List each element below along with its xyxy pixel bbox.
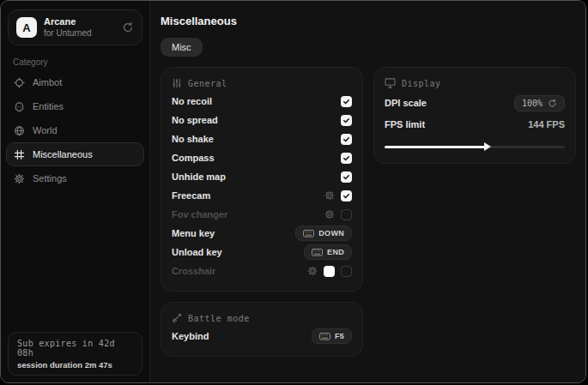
key-label: F5 <box>335 332 344 340</box>
unhide-map-checkbox[interactable] <box>341 171 352 183</box>
setting-label: No spread <box>172 115 341 125</box>
setting-row-battle-keybind: Keybind F5 <box>172 327 352 346</box>
category-label: Category <box>13 57 149 67</box>
refresh-icon <box>548 99 557 108</box>
setting-row-dpi-scale: DPI scale 100% <box>385 92 565 114</box>
menu-key-binding[interactable]: DOWN <box>295 226 352 241</box>
setting-label: Unload key <box>172 247 304 257</box>
display-panel-title: Display <box>402 79 441 88</box>
check-icon <box>342 135 350 143</box>
general-panel-title: General <box>188 79 227 88</box>
key-label: END <box>327 248 344 256</box>
crosshair-checkbox[interactable] <box>341 266 352 277</box>
sidebar-item-label: Aimbot <box>33 77 62 87</box>
sidebar-item-aimbot[interactable]: Aimbot <box>6 70 144 94</box>
sidebar-item-label: Entities <box>33 101 64 111</box>
fps-limit-value: 144 FPS <box>528 119 565 129</box>
no-spread-checkbox[interactable] <box>341 115 352 126</box>
crosshair-gear-icon[interactable] <box>307 266 318 276</box>
monitor-icon <box>385 78 396 88</box>
dpi-scale-text: 100% <box>522 99 543 108</box>
globe-icon <box>14 125 25 136</box>
general-panel: General No recoil No spread No shake <box>161 67 363 292</box>
setting-row-fps-limit: FPS limit 144 FPS <box>385 114 565 135</box>
setting-label: Compass <box>172 153 341 163</box>
app-name: Arcane <box>44 16 115 28</box>
setting-label: No shake <box>172 134 341 144</box>
session-duration-text: session duration 2m 47s <box>17 360 133 370</box>
keyboard-icon <box>312 249 323 256</box>
entities-icon <box>14 101 25 112</box>
compass-checkbox[interactable] <box>341 153 352 164</box>
keyboard-icon <box>319 333 330 340</box>
app-logo: A <box>16 17 37 38</box>
setting-label: Keybind <box>172 331 312 341</box>
fov-changer-checkbox[interactable] <box>341 209 352 220</box>
page-title: Miscellaneous <box>161 15 576 27</box>
brand-card: A Arcane for Unturned <box>8 9 142 45</box>
freecam-gear-icon[interactable] <box>324 190 335 201</box>
fps-slider-fill <box>385 146 486 148</box>
setting-label: DPI scale <box>385 98 514 108</box>
fps-limit-slider[interactable] <box>385 141 565 153</box>
unload-key-binding[interactable]: END <box>304 244 352 260</box>
setting-label: Unhide map <box>172 171 341 182</box>
sword-icon <box>172 313 182 323</box>
crosshair-color-swatch[interactable] <box>324 266 335 277</box>
setting-row-no-shake: No shake <box>172 129 352 148</box>
setting-label: Crosshair <box>172 266 307 276</box>
sidebar-item-miscellaneous[interactable]: Miscellaneous <box>6 142 144 166</box>
check-icon <box>342 117 350 124</box>
setting-row-unload-key: Unload key END <box>172 243 352 262</box>
sidebar-item-world[interactable]: World <box>6 118 144 142</box>
tab-misc[interactable]: Misc <box>161 38 203 57</box>
keyboard-icon <box>303 230 314 238</box>
setting-row-no-spread: No spread <box>172 111 352 129</box>
setting-label: Freecam <box>172 190 324 201</box>
sidebar-item-label: Settings <box>33 173 67 183</box>
subscription-status: Sub expires in 42d 08h session duration … <box>8 332 142 376</box>
setting-row-compass: Compass <box>172 148 352 167</box>
battle-keybind[interactable]: F5 <box>312 328 352 344</box>
setting-row-menu-key: Menu key DOWN <box>172 224 352 243</box>
check-icon <box>342 173 350 181</box>
fov-changer-gear-icon[interactable] <box>324 209 335 220</box>
app-window: A Arcane for Unturned Category A <box>0 0 586 383</box>
display-panel: Display DPI scale 100% FPS limit <box>373 67 576 164</box>
setting-label: Fov changer <box>172 209 324 220</box>
setting-row-crosshair: Crosshair <box>172 262 352 280</box>
setting-row-freecam: Freecam <box>172 186 352 205</box>
setting-label: Menu key <box>172 228 295 238</box>
battle-mode-panel: Battle mode Keybind F5 <box>161 302 363 357</box>
check-icon <box>342 98 350 105</box>
gear-icon <box>14 173 25 184</box>
dpi-scale-value[interactable]: 100% <box>514 95 565 111</box>
sidebar-item-entities[interactable]: Entities <box>6 94 144 118</box>
sidebar: A Arcane for Unturned Category A <box>1 1 150 382</box>
setting-row-fov-changer: Fov changer <box>172 205 352 224</box>
setting-row-unhide-map: Unhide map <box>172 167 352 186</box>
no-recoil-checkbox[interactable] <box>341 96 352 107</box>
sub-expiry-text: Sub expires in 42d 08h <box>17 339 133 358</box>
slider-handle[interactable] <box>484 142 491 151</box>
sidebar-item-label: Miscellaneous <box>33 149 93 159</box>
sliders-icon <box>172 78 182 88</box>
main-content: Miscellaneous Misc <box>150 1 586 382</box>
check-icon <box>342 192 350 200</box>
freecam-checkbox[interactable] <box>341 190 352 202</box>
setting-label: No recoil <box>172 96 341 106</box>
setting-label: FPS limit <box>385 119 528 129</box>
no-shake-checkbox[interactable] <box>341 134 352 145</box>
sidebar-item-label: World <box>33 125 58 135</box>
grid-icon <box>14 149 25 160</box>
tab-bar: Misc <box>161 38 576 57</box>
app-tagline: for Unturned <box>44 28 115 39</box>
crosshair-icon <box>14 77 25 88</box>
sidebar-nav: Aimbot Entities World <box>1 70 149 190</box>
reload-icon[interactable] <box>122 21 134 33</box>
check-icon <box>342 154 350 162</box>
key-label: DOWN <box>318 229 344 238</box>
setting-row-no-recoil: No recoil <box>172 92 352 111</box>
battle-mode-panel-title: Battle mode <box>188 314 250 323</box>
sidebar-item-settings[interactable]: Settings <box>6 166 144 190</box>
